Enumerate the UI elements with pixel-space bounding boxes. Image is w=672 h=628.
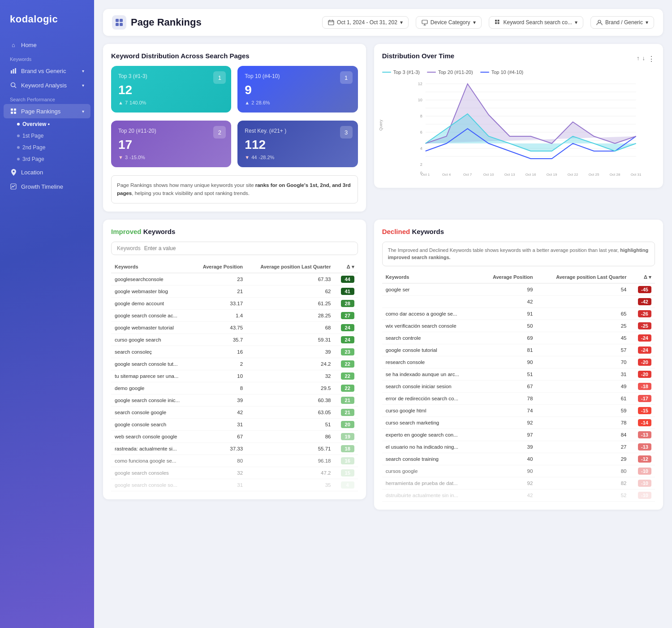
- col-avg-last-q: Average position Last Quarter: [246, 261, 334, 273]
- sidebar-item-1st-page[interactable]: 1st Page: [17, 130, 94, 142]
- sidebar-item-brand-vs-generic[interactable]: Brand vs Generic ▾: [0, 64, 94, 78]
- keywords-search-input[interactable]: [144, 245, 352, 251]
- kw-cell: curso search marketing: [382, 416, 480, 429]
- avg-cell: 39: [479, 441, 536, 453]
- delta-badge: 22: [341, 372, 354, 380]
- svg-rect-18: [422, 20, 427, 24]
- col-keywords: Keywords: [111, 261, 193, 273]
- lastq-cell: 70: [536, 356, 630, 368]
- lastq-cell: 68: [246, 321, 334, 333]
- card-top10-pct: 28.6%: [256, 100, 270, 105]
- lastq-cell: 82: [536, 477, 630, 489]
- chart-down-arrow[interactable]: ↓: [642, 55, 646, 63]
- lastq-cell: 59.31: [246, 333, 334, 346]
- brand-chart-icon: [10, 67, 17, 74]
- kw-cell: wix verificación search console: [382, 320, 480, 332]
- improved-panel: Improved Keywords Keywords Keywords Aver…: [103, 220, 366, 510]
- lastq-cell: 27: [536, 441, 630, 453]
- delta-cell: -10: [630, 477, 655, 489]
- svg-text:8: 8: [420, 114, 422, 118]
- svg-rect-5: [11, 108, 13, 111]
- svg-rect-12: [116, 23, 119, 26]
- table-row: 42 -42: [382, 295, 655, 308]
- delta-cell: -24: [630, 344, 655, 356]
- svg-text:10: 10: [418, 98, 422, 102]
- col-avg-pos-d: Average Position: [479, 272, 536, 283]
- table-row: dstruibuirte actualmente sin in... 42 52…: [382, 489, 655, 501]
- declined-keywords-rest: Keywords: [412, 228, 444, 235]
- legend-top3: Top 3 (#1-3): [382, 69, 420, 75]
- table-row: google demo account 33.17 61.25 28: [111, 297, 358, 309]
- col-delta-d: Δ ▾: [630, 272, 655, 283]
- card-rest-badge: 3: [340, 126, 353, 139]
- lastq-cell: 49: [536, 380, 630, 392]
- improved-keywords-rest: Keywords: [143, 228, 176, 235]
- avg-cell: 78: [479, 392, 536, 404]
- chart-up-arrow[interactable]: ↑: [637, 55, 640, 63]
- col-avg-pos: Average Position: [193, 261, 247, 273]
- declined-panel-inner: Declined Keywords The Improved and Decli…: [374, 220, 663, 510]
- kw-cell: search controle: [382, 332, 480, 344]
- card-top10-label: Top 10 (#4-10): [245, 73, 350, 79]
- card-top20-sub: ▼ 3 -15.0%: [118, 155, 224, 160]
- delta-cell: 4: [335, 479, 358, 491]
- kw-cell: google search console tut...: [111, 358, 193, 370]
- avg-cell: 8: [193, 382, 247, 394]
- svg-rect-24: [497, 22, 499, 24]
- chart-menu[interactable]: ⋮: [648, 55, 655, 63]
- keyword-search-filter[interactable]: Keyword Search search co... ▾: [489, 16, 583, 29]
- svg-rect-22: [497, 20, 499, 22]
- lastq-cell: 32: [246, 370, 334, 382]
- lastq-cell: 28.25: [246, 309, 334, 321]
- table-row: google ser 99 54 -45: [382, 283, 655, 296]
- delta-cell: 21: [335, 406, 358, 418]
- sidebar-item-overview[interactable]: Overview •: [17, 118, 94, 130]
- avg-cell: 51: [479, 368, 536, 380]
- sidebar-item-keyword-analysis[interactable]: Keyword Analysis ▾: [0, 78, 94, 92]
- delta-badge: 24: [341, 324, 354, 331]
- card-rest-delta: 44: [251, 155, 257, 160]
- delta-badge: 15: [341, 469, 354, 476]
- sidebar-item-home[interactable]: ⌂ Home: [0, 38, 94, 52]
- delta-cell: 22: [335, 370, 358, 382]
- avg-cell: 31: [193, 479, 247, 491]
- kw-cell: google webmaster blog: [111, 285, 193, 297]
- col-avg-last-q-d: Average position Last Quarter: [536, 272, 630, 283]
- card-top3-badge: 1: [213, 71, 226, 84]
- delta-badge: 16: [341, 457, 354, 464]
- delta-cell: 20: [335, 418, 358, 430]
- avg-cell: 69: [479, 332, 536, 344]
- card-rest-number: 112: [245, 138, 350, 152]
- card-top10: Top 10 (#4-10) 9 ▲ 2 28.6% 1: [237, 66, 358, 113]
- delta-badge: 27: [341, 312, 354, 319]
- table-row: el usuario no ha indicado ning... 39 27 …: [382, 441, 655, 453]
- sidebar-keyword-analysis-label: Keyword Analysis: [21, 82, 67, 89]
- device-category-filter[interactable]: Device Category ▾: [416, 16, 482, 29]
- sidebar-item-growth-timeline[interactable]: Growth Timeline: [0, 179, 94, 194]
- svg-text:Oct 10: Oct 10: [483, 173, 494, 177]
- kw-cell: curso google html: [382, 404, 480, 416]
- sidebar-item-3rd-page[interactable]: 3rd Page: [17, 153, 94, 165]
- sidebar-section-search-perf: Search Performance: [0, 92, 94, 104]
- delta-cell: 22: [335, 382, 358, 394]
- avg-cell: 21: [193, 285, 247, 297]
- card-top20-number: 17: [118, 138, 224, 152]
- location-icon: [10, 169, 17, 176]
- cards-row: Top 3 (#1-3) 12 ▲ 7 140.0% 1 Top 10 (#4-…: [111, 66, 358, 113]
- sidebar-item-location[interactable]: Location: [0, 165, 94, 179]
- brand-generic-filter[interactable]: Brand / Generic ▾: [590, 16, 654, 29]
- sidebar-item-2nd-page[interactable]: 2nd Page: [17, 142, 94, 153]
- svg-text:Oct 13: Oct 13: [504, 173, 515, 177]
- delta-cell: -24: [630, 332, 655, 344]
- date-range-filter[interactable]: Oct 1, 2024 - Oct 31, 202 ▾: [322, 16, 409, 29]
- delta-badge: -14: [638, 419, 651, 426]
- lastq-cell: 63.05: [246, 406, 334, 418]
- keyword-analysis-icon: [10, 82, 17, 89]
- svg-text:Oct 25: Oct 25: [589, 173, 599, 177]
- svg-text:Oct 7: Oct 7: [463, 173, 472, 177]
- lastq-cell: 59: [536, 404, 630, 416]
- sidebar-item-page-rankings[interactable]: Page Rankings ▾: [4, 104, 90, 118]
- card-top10-sub: ▲ 2 28.6%: [245, 100, 350, 105]
- keyword-grid-icon: [495, 19, 501, 26]
- sidebar-section-keywords: Keywords: [0, 52, 94, 64]
